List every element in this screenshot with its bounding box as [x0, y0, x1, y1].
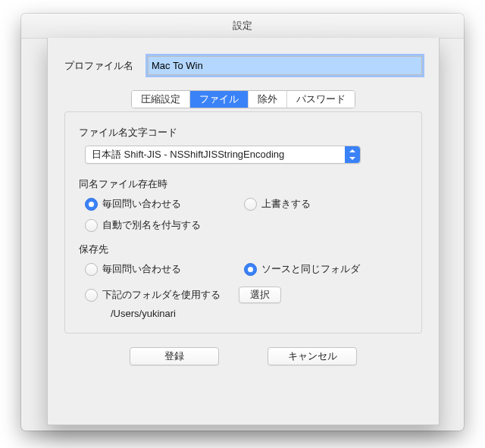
exist-label: 同名ファイル存在時: [79, 177, 408, 191]
dest-radio-usebelow[interactable]: 下記のフォルダを使用する: [85, 288, 221, 302]
tab-bar: 圧縮設定 ファイル 除外 パスワード: [131, 90, 355, 108]
dest-radio-same-label: ソースと同じフォルダ: [261, 262, 360, 276]
settings-sheet: プロファイル名 圧縮設定 ファイル 除外 パスワード ファイル名文字コード 日本…: [47, 38, 440, 425]
dest-radio-ask-label: 毎回問い合わせる: [102, 262, 181, 276]
dest-label: 保存先: [79, 243, 408, 256]
radio-dot-icon: [85, 219, 98, 232]
exist-radio-ask[interactable]: 毎回問い合わせる: [85, 197, 214, 211]
dest-radio-usebelow-label: 下記のフォルダを使用する: [102, 288, 221, 302]
dest-path: /Users/yukinari: [111, 308, 408, 319]
tab-exclude[interactable]: 除外: [249, 91, 287, 108]
cancel-button[interactable]: キャンセル: [268, 347, 357, 365]
chevron-up-down-icon: [345, 146, 360, 163]
exist-radio-autoalias[interactable]: 自動で別名を付与する: [85, 218, 214, 232]
encoding-label: ファイル名文字コード: [79, 126, 408, 139]
radio-dot-icon: [85, 198, 98, 211]
radio-dot-icon: [244, 198, 257, 211]
tab-file[interactable]: ファイル: [190, 91, 249, 108]
profile-name-label: プロファイル名: [64, 59, 148, 73]
dest-radio-same[interactable]: ソースと同じフォルダ: [244, 262, 373, 276]
dest-choose-button[interactable]: 選択: [239, 287, 281, 303]
exist-radio-ask-label: 毎回問い合わせる: [102, 197, 181, 211]
encoding-value: 日本語 Shift-JIS - NSShiftJISStringEncoding: [92, 149, 284, 160]
register-button[interactable]: 登録: [130, 347, 219, 365]
dest-radio-ask[interactable]: 毎回問い合わせる: [85, 262, 214, 276]
exist-radio-overwrite[interactable]: 上書きする: [244, 197, 373, 211]
window-title: 設定: [21, 14, 464, 39]
radio-dot-icon: [85, 263, 98, 276]
tab-password[interactable]: パスワード: [287, 91, 355, 108]
file-pane: ファイル名文字コード 日本語 Shift-JIS - NSShiftJISStr…: [64, 111, 422, 334]
encoding-popup[interactable]: 日本語 Shift-JIS - NSShiftJISStringEncoding: [85, 146, 361, 164]
radio-dot-icon: [244, 263, 257, 276]
profile-name-input[interactable]: [148, 56, 422, 75]
exist-radio-overwrite-label: 上書きする: [261, 197, 311, 211]
exist-radio-autoalias-label: 自動で別名を付与する: [102, 218, 201, 232]
tab-compress[interactable]: 圧縮設定: [132, 91, 190, 108]
parent-window: 設定 プロファイル名 圧縮設定 ファイル 除外 パスワード ファイル名文字コード…: [21, 14, 464, 431]
radio-dot-icon: [85, 289, 98, 302]
